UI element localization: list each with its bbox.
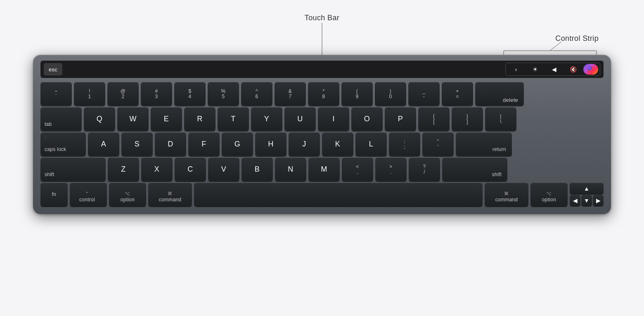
- scene: Touch Bar Control Strip esc ‹ ☀ ◀ 🔇: [21, 14, 623, 302]
- key-command-right[interactable]: ⌘ command: [485, 183, 528, 206]
- key-space[interactable]: [194, 183, 483, 206]
- key-e[interactable]: E: [151, 107, 182, 130]
- tb-mute-button[interactable]: 🔇: [564, 64, 582, 75]
- key-z[interactable]: Z: [108, 158, 139, 181]
- key-backslash[interactable]: |\: [485, 107, 516, 130]
- key-r[interactable]: R: [184, 107, 215, 130]
- key-p[interactable]: P: [385, 107, 416, 130]
- svg-point-5: [587, 66, 594, 73]
- key-slash[interactable]: ?/: [409, 158, 440, 181]
- key-return[interactable]: return: [456, 132, 512, 156]
- key-l[interactable]: L: [355, 132, 387, 156]
- key-s[interactable]: S: [121, 132, 153, 156]
- esc-key[interactable]: esc: [44, 63, 62, 75]
- key-k[interactable]: K: [322, 132, 353, 156]
- key-7[interactable]: &7: [275, 82, 306, 105]
- key-arrow-left[interactable]: ◀: [570, 195, 580, 206]
- tb-collapse-button[interactable]: ‹: [507, 64, 525, 75]
- arrow-lr-row: ◀ ▼ ▶: [570, 195, 604, 206]
- siri-icon: [587, 66, 594, 73]
- key-control[interactable]: ⌃ control: [70, 183, 107, 206]
- tb-brightness-button[interactable]: ☀: [526, 64, 544, 75]
- control-strip: ‹ ☀ ◀ 🔇: [505, 63, 600, 76]
- key-5[interactable]: %5: [208, 82, 239, 105]
- touchbar: esc ‹ ☀ ◀ 🔇: [40, 61, 604, 78]
- key-4[interactable]: $4: [174, 82, 206, 105]
- key-0[interactable]: )0: [375, 82, 406, 105]
- key-semicolon[interactable]: :;: [389, 132, 420, 156]
- key-option-right[interactable]: ⌥ option: [530, 183, 568, 206]
- key-arrow-down[interactable]: ▼: [581, 195, 592, 206]
- key-shift-left[interactable]: shift: [40, 158, 106, 181]
- key-bracket-left[interactable]: {[: [418, 107, 450, 130]
- tb-siri-button[interactable]: [583, 64, 598, 75]
- key-q[interactable]: Q: [84, 107, 115, 130]
- key-2[interactable]: @2: [107, 82, 139, 105]
- key-backtick[interactable]: ~`: [40, 82, 72, 105]
- key-period[interactable]: >.: [375, 158, 407, 181]
- key-minus[interactable]: _-: [408, 82, 440, 105]
- key-tab[interactable]: tab: [40, 107, 82, 130]
- key-3[interactable]: #3: [141, 82, 172, 105]
- key-quote[interactable]: "': [422, 132, 454, 156]
- key-g[interactable]: G: [222, 132, 253, 156]
- key-w[interactable]: W: [117, 107, 149, 130]
- key-arrow-right[interactable]: ▶: [593, 195, 604, 206]
- key-9[interactable]: (9: [341, 82, 373, 105]
- key-8[interactable]: *8: [308, 82, 339, 105]
- key-shift-right[interactable]: shift: [442, 158, 507, 181]
- row-modifiers: fn ⌃ control ⌥ option ⌘: [40, 183, 604, 206]
- row-asdf: caps lock A S D F G H J K L :; "' return: [40, 132, 604, 156]
- key-f[interactable]: F: [188, 132, 220, 156]
- key-rows: ~` !1 @2 #3 $4 %5 ^6: [40, 82, 604, 206]
- key-m[interactable]: M: [308, 158, 340, 181]
- key-n[interactable]: N: [275, 158, 306, 181]
- key-capslock[interactable]: caps lock: [40, 132, 86, 156]
- keyboard: esc ‹ ☀ ◀ 🔇: [33, 55, 611, 214]
- key-c[interactable]: C: [175, 158, 206, 181]
- tb-volume-button[interactable]: ◀: [545, 64, 563, 75]
- key-6[interactable]: ^6: [241, 82, 272, 105]
- key-fn[interactable]: fn: [40, 183, 68, 206]
- key-h[interactable]: H: [255, 132, 286, 156]
- key-d[interactable]: D: [155, 132, 186, 156]
- key-1[interactable]: !1: [74, 82, 105, 105]
- svg-line-4: [550, 42, 561, 51]
- key-equals[interactable]: +=: [442, 82, 473, 105]
- key-b[interactable]: B: [242, 158, 273, 181]
- row-qwerty: tab Q W E R T Y U I O P {[ }] |\: [40, 107, 604, 130]
- capslock-indicator: [45, 137, 47, 139]
- row-numbers: ~` !1 @2 #3 $4 %5 ^6: [40, 82, 604, 105]
- key-o[interactable]: O: [351, 107, 383, 130]
- key-t[interactable]: T: [218, 107, 249, 130]
- key-u[interactable]: U: [284, 107, 316, 130]
- row-zxcv: shift Z X C V B N M <, >. ?/ shi: [40, 158, 604, 181]
- touchbar-label: Touch Bar: [305, 14, 339, 22]
- key-v[interactable]: V: [208, 158, 239, 181]
- key-comma[interactable]: <,: [342, 158, 373, 181]
- key-delete[interactable]: delete: [475, 82, 524, 105]
- key-x[interactable]: X: [141, 158, 173, 181]
- key-a[interactable]: A: [88, 132, 119, 156]
- key-bracket-right[interactable]: }]: [452, 107, 483, 130]
- key-option-left[interactable]: ⌥ option: [109, 183, 146, 206]
- key-j[interactable]: J: [289, 132, 320, 156]
- arrow-key-group: ▲ ◀ ▼ ▶: [570, 183, 604, 206]
- key-command-left[interactable]: ⌘ command: [148, 183, 192, 206]
- key-arrow-up[interactable]: ▲: [570, 183, 604, 194]
- key-i[interactable]: I: [318, 107, 349, 130]
- key-y[interactable]: Y: [251, 107, 282, 130]
- controlstrip-label: Control Strip: [555, 34, 599, 43]
